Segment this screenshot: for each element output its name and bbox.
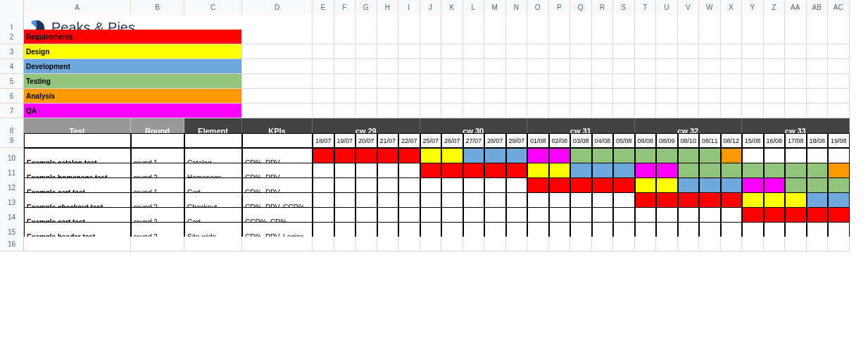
empty-cell[interactable] [807, 44, 829, 59]
spreadsheet-grid[interactable]: ABCDEFGHIJKLMNOPQRSTUVWXYZAAABAC1Peaks &… [0, 0, 868, 251]
empty-cell[interactable] [635, 237, 657, 251]
column-header[interactable]: AB [807, 0, 829, 15]
empty-cell[interactable] [721, 89, 743, 104]
empty-cell[interactable] [420, 104, 442, 118]
empty-cell[interactable] [356, 89, 377, 104]
empty-cell[interactable] [313, 30, 334, 44]
column-header[interactable]: A [24, 0, 131, 15]
empty-cell[interactable] [828, 104, 850, 118]
empty-cell[interactable] [420, 237, 442, 251]
empty-cell[interactable] [334, 237, 356, 251]
empty-cell[interactable] [807, 104, 829, 118]
empty-cell[interactable] [131, 237, 184, 251]
empty-cell[interactable] [742, 44, 764, 59]
empty-cell[interactable] [613, 59, 635, 74]
empty-cell[interactable] [313, 89, 334, 104]
column-header[interactable]: P [549, 0, 571, 15]
column-header[interactable]: U [656, 0, 678, 15]
empty-cell[interactable] [484, 89, 506, 104]
empty-cell[interactable] [484, 237, 506, 251]
empty-cell[interactable] [764, 104, 786, 118]
column-header[interactable]: S [613, 0, 635, 15]
empty-cell[interactable] [527, 74, 549, 89]
empty-cell[interactable] [592, 44, 614, 59]
empty-cell[interactable] [398, 104, 420, 118]
empty-cell[interactable] [592, 89, 614, 104]
empty-cell[interactable] [131, 133, 184, 148]
empty-cell[interactable] [764, 44, 786, 59]
empty-cell[interactable] [484, 30, 506, 44]
empty-cell[interactable] [463, 59, 485, 74]
empty-cell[interactable] [656, 237, 678, 251]
empty-cell[interactable] [613, 44, 635, 59]
empty-cell[interactable] [441, 89, 463, 104]
empty-cell[interactable] [441, 59, 463, 74]
empty-cell[interactable] [377, 74, 399, 89]
empty-cell[interactable] [828, 59, 850, 74]
empty-cell[interactable] [699, 104, 721, 118]
column-header[interactable]: L [463, 0, 485, 15]
empty-cell[interactable] [506, 237, 528, 251]
empty-cell[interactable] [785, 89, 807, 104]
empty-cell[interactable] [356, 237, 377, 251]
empty-cell[interactable] [570, 30, 592, 44]
empty-cell[interactable] [635, 30, 657, 44]
empty-cell[interactable] [356, 44, 377, 59]
empty-cell[interactable] [313, 237, 334, 251]
empty-cell[interactable] [484, 104, 506, 118]
empty-cell[interactable] [742, 30, 764, 44]
empty-cell[interactable] [613, 74, 635, 89]
column-header[interactable]: AC [828, 0, 850, 15]
empty-cell[interactable] [441, 30, 463, 44]
empty-cell[interactable] [242, 30, 313, 44]
empty-cell[interactable] [377, 89, 399, 104]
empty-cell[interactable] [742, 74, 764, 89]
empty-cell[interactable] [506, 44, 528, 59]
empty-cell[interactable] [635, 74, 657, 89]
empty-cell[interactable] [441, 237, 463, 251]
empty-cell[interactable] [592, 237, 614, 251]
empty-cell[interactable] [242, 133, 313, 148]
empty-cell[interactable] [678, 59, 700, 74]
empty-cell[interactable] [678, 237, 700, 251]
empty-cell[interactable] [334, 104, 356, 118]
empty-cell[interactable] [356, 59, 377, 74]
empty-cell[interactable] [699, 59, 721, 74]
empty-cell[interactable] [570, 104, 592, 118]
empty-cell[interactable] [699, 237, 721, 251]
column-header[interactable]: F [334, 0, 356, 15]
empty-cell[interactable] [334, 44, 356, 59]
empty-cell[interactable] [242, 237, 313, 251]
column-header[interactable]: N [506, 0, 528, 15]
empty-cell[interactable] [592, 74, 614, 89]
column-header[interactable]: B [131, 0, 184, 15]
empty-cell[interactable] [678, 74, 700, 89]
column-header[interactable]: M [484, 0, 506, 15]
empty-cell[interactable] [807, 89, 829, 104]
column-header[interactable]: E [313, 0, 334, 15]
empty-cell[interactable] [441, 74, 463, 89]
empty-cell[interactable] [613, 30, 635, 44]
empty-cell[interactable] [785, 237, 807, 251]
empty-cell[interactable] [420, 44, 442, 59]
empty-cell[interactable] [699, 89, 721, 104]
empty-cell[interactable] [334, 30, 356, 44]
empty-cell[interactable] [807, 74, 829, 89]
empty-cell[interactable] [242, 104, 313, 118]
column-header[interactable]: J [420, 0, 442, 15]
empty-cell[interactable] [377, 30, 399, 44]
empty-cell[interactable] [570, 74, 592, 89]
empty-cell[interactable] [807, 59, 829, 74]
empty-cell[interactable] [549, 89, 571, 104]
empty-cell[interactable] [549, 59, 571, 74]
empty-cell[interactable] [242, 74, 313, 89]
empty-cell[interactable] [807, 30, 829, 44]
empty-cell[interactable] [570, 44, 592, 59]
empty-cell[interactable] [699, 74, 721, 89]
empty-cell[interactable] [592, 104, 614, 118]
row-header[interactable]: 3 [0, 44, 24, 59]
empty-cell[interactable] [613, 237, 635, 251]
empty-cell[interactable] [828, 89, 850, 104]
empty-cell[interactable] [549, 104, 571, 118]
empty-cell[interactable] [313, 44, 334, 59]
